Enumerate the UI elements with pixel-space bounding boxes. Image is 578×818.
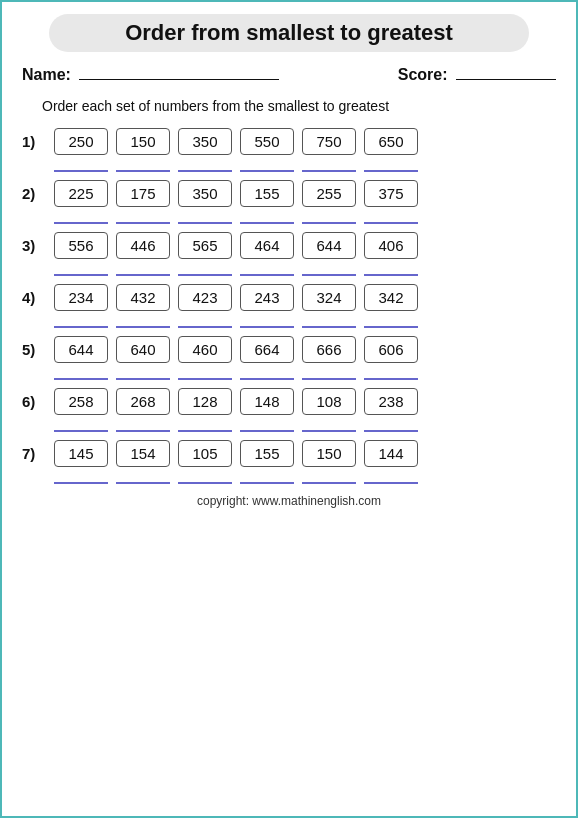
problems-container: 1)2501503505507506502)225175350155255375…: [22, 128, 556, 484]
number-box-3-3: 565: [178, 232, 232, 259]
answer-line-4-4[interactable]: [240, 316, 294, 328]
answer-line-7-6[interactable]: [364, 472, 418, 484]
answer-line-1-6[interactable]: [364, 160, 418, 172]
number-box-7-2: 154: [116, 440, 170, 467]
number-box-2-6: 375: [364, 180, 418, 207]
answer-line-3-1[interactable]: [54, 264, 108, 276]
answer-line-6-1[interactable]: [54, 420, 108, 432]
numbers-row-4: 4)234432423243324342: [22, 284, 556, 311]
number-box-2-4: 155: [240, 180, 294, 207]
answer-line-2-4[interactable]: [240, 212, 294, 224]
answer-line-1-5[interactable]: [302, 160, 356, 172]
answer-line-5-2[interactable]: [116, 368, 170, 380]
numbers-row-3: 3)556446565464644406: [22, 232, 556, 259]
answer-line-6-5[interactable]: [302, 420, 356, 432]
answer-row-3: [54, 264, 556, 276]
problem-block-7: 7)145154105155150144: [22, 440, 556, 484]
answer-line-5-4[interactable]: [240, 368, 294, 380]
number-box-4-4: 243: [240, 284, 294, 311]
problem-block-5: 5)644640460664666606: [22, 336, 556, 380]
problem-num-1: 1): [22, 133, 54, 150]
answer-line-6-4[interactable]: [240, 420, 294, 432]
answer-line-7-4[interactable]: [240, 472, 294, 484]
number-box-5-5: 666: [302, 336, 356, 363]
answer-line-2-2[interactable]: [116, 212, 170, 224]
problem-block-1: 1)250150350550750650: [22, 128, 556, 172]
number-box-1-6: 650: [364, 128, 418, 155]
answer-row-1: [54, 160, 556, 172]
number-box-2-3: 350: [178, 180, 232, 207]
numbers-row-6: 6)258268128148108238: [22, 388, 556, 415]
answer-line-2-6[interactable]: [364, 212, 418, 224]
number-box-6-2: 268: [116, 388, 170, 415]
answer-line-6-2[interactable]: [116, 420, 170, 432]
number-box-4-2: 432: [116, 284, 170, 311]
answer-line-3-3[interactable]: [178, 264, 232, 276]
name-score-row: Name: Score:: [22, 66, 556, 84]
answer-line-2-5[interactable]: [302, 212, 356, 224]
answer-line-3-2[interactable]: [116, 264, 170, 276]
answer-line-3-4[interactable]: [240, 264, 294, 276]
answer-line-4-6[interactable]: [364, 316, 418, 328]
problem-block-6: 6)258268128148108238: [22, 388, 556, 432]
number-box-1-2: 150: [116, 128, 170, 155]
answer-line-4-2[interactable]: [116, 316, 170, 328]
number-box-2-5: 255: [302, 180, 356, 207]
answer-line-1-4[interactable]: [240, 160, 294, 172]
answer-row-4: [54, 316, 556, 328]
number-box-5-6: 606: [364, 336, 418, 363]
numbers-row-2: 2)225175350155255375: [22, 180, 556, 207]
number-box-4-6: 342: [364, 284, 418, 311]
copyright: copyright: www.mathinenglish.com: [22, 494, 556, 508]
answer-row-6: [54, 420, 556, 432]
number-box-3-6: 406: [364, 232, 418, 259]
answer-line-6-6[interactable]: [364, 420, 418, 432]
number-box-5-2: 640: [116, 336, 170, 363]
number-box-1-3: 350: [178, 128, 232, 155]
answer-line-5-5[interactable]: [302, 368, 356, 380]
number-box-6-1: 258: [54, 388, 108, 415]
answer-line-5-3[interactable]: [178, 368, 232, 380]
problem-num-3: 3): [22, 237, 54, 254]
answer-line-5-6[interactable]: [364, 368, 418, 380]
number-box-6-6: 238: [364, 388, 418, 415]
answer-line-3-5[interactable]: [302, 264, 356, 276]
problem-num-6: 6): [22, 393, 54, 410]
number-box-7-6: 144: [364, 440, 418, 467]
problem-block-2: 2)225175350155255375: [22, 180, 556, 224]
answer-line-7-3[interactable]: [178, 472, 232, 484]
answer-line-7-1[interactable]: [54, 472, 108, 484]
number-box-5-3: 460: [178, 336, 232, 363]
number-box-7-4: 155: [240, 440, 294, 467]
answer-line-2-1[interactable]: [54, 212, 108, 224]
answer-row-2: [54, 212, 556, 224]
answer-line-6-3[interactable]: [178, 420, 232, 432]
answer-line-1-1[interactable]: [54, 160, 108, 172]
answer-line-4-3[interactable]: [178, 316, 232, 328]
number-box-5-4: 664: [240, 336, 294, 363]
number-box-2-2: 175: [116, 180, 170, 207]
number-box-7-3: 105: [178, 440, 232, 467]
problem-num-5: 5): [22, 341, 54, 358]
answer-line-2-3[interactable]: [178, 212, 232, 224]
number-box-7-5: 150: [302, 440, 356, 467]
answer-line-7-2[interactable]: [116, 472, 170, 484]
number-box-3-4: 464: [240, 232, 294, 259]
answer-row-7: [54, 472, 556, 484]
numbers-row-1: 1)250150350550750650: [22, 128, 556, 155]
problem-num-7: 7): [22, 445, 54, 462]
number-box-1-5: 750: [302, 128, 356, 155]
page-title: Order from smallest to greatest: [49, 14, 530, 52]
answer-line-4-1[interactable]: [54, 316, 108, 328]
name-field: Name:: [22, 66, 279, 84]
answer-line-1-3[interactable]: [178, 160, 232, 172]
problem-block-4: 4)234432423243324342: [22, 284, 556, 328]
answer-line-5-1[interactable]: [54, 368, 108, 380]
problem-block-3: 3)556446565464644406: [22, 232, 556, 276]
answer-line-1-2[interactable]: [116, 160, 170, 172]
answer-line-3-6[interactable]: [364, 264, 418, 276]
number-box-4-3: 423: [178, 284, 232, 311]
number-box-6-5: 108: [302, 388, 356, 415]
answer-line-4-5[interactable]: [302, 316, 356, 328]
answer-line-7-5[interactable]: [302, 472, 356, 484]
